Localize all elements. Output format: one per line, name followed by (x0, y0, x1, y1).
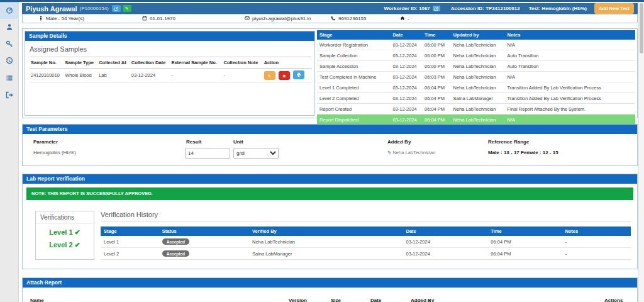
lab-workorder-page: Piyush Agrawal (P10000154) ✎ Workorder I… (0, 0, 644, 302)
approval-note: NOTE: THIS REPORT IS SUCCESSFULLY APPROV… (26, 187, 633, 200)
edit-patient-button[interactable]: ✎ (123, 5, 131, 12)
history-icon (6, 56, 13, 67)
assigned-samples-table: Sample No. Sample Type Collected At Coll… (30, 57, 311, 82)
patient-dob: 01-01-1970 (142, 14, 175, 23)
user-icon (6, 22, 13, 33)
edit-icon: ✎ (125, 6, 129, 11)
sidebar-item-worklist[interactable] (0, 70, 19, 87)
sidebar-item-access[interactable] (0, 36, 19, 53)
verification-history-title: Verification History (101, 211, 631, 222)
stage-table: Stage Date Time Updated by Notes Workord… (317, 30, 635, 125)
attach-date-col: Date (370, 298, 381, 302)
close-icon: ✖ (282, 74, 286, 78)
calendar-icon (142, 16, 147, 22)
delete-sample-button[interactable]: ✖ (279, 71, 290, 80)
parameter-col-label: Parameter (33, 139, 58, 145)
result-input[interactable] (185, 148, 230, 159)
sample-row: 24120310010 Whole Blood Lab 03-12-2024 -… (30, 69, 311, 82)
attach-report-panel: Attach Report Name Version Size Date Add… (22, 277, 638, 302)
stage-row: Report Dispatched 03-12-2024 06:04 PM Ne… (317, 115, 635, 125)
stage-row: Level 1 Completed 03-12-2024 06:04 PM Ne… (317, 82, 635, 93)
verification-row: Level 2 Accepted Saina LabManager 03-12-… (101, 248, 631, 260)
stage-row: Level 2 Completed 03-12-2024 06:04 PM Sa… (317, 93, 635, 104)
edit-sample-button[interactable]: ✎ (264, 71, 275, 80)
sample-stage-panel: Sample Details Assigned Samples Sample N… (22, 28, 638, 118)
open-patient-button[interactable] (112, 5, 121, 12)
patient-header-bar: Piyush Agrawal (P10000154) ✎ Workorder I… (22, 3, 638, 14)
workorder-id: Workorder ID: 1067 (384, 6, 430, 11)
patient-info-row: Male - 54 Year(s) 01-01-1970 piyush.agra… (22, 14, 638, 23)
verification-history-table: Stage Status Verified By Date Time Notes… (101, 226, 631, 260)
accession-id: Accession ID: TP2412100012 (451, 6, 520, 11)
test-parameters-header: Test Parameters (23, 125, 637, 134)
parameter-name: Hemoglobin (Hb%) (33, 150, 76, 155)
patient-name: Piyush Agrawal (26, 5, 77, 13)
unit-select[interactable]: g/dl (233, 148, 279, 159)
top-accent-bar (0, 0, 644, 2)
home-icon (400, 16, 405, 22)
sidebar (0, 2, 19, 302)
stage-row: Report Created 03-12-2024 06:04 PM Neha … (317, 104, 635, 115)
result-col-label: Result (186, 139, 201, 145)
person-icon (38, 16, 43, 22)
verification-history: Verification History Stage Status Verifi… (101, 211, 631, 260)
envelope-icon (245, 16, 250, 22)
printer-icon (296, 72, 301, 78)
check-icon: ✔ (75, 228, 80, 236)
patient-phone: 9691236155 (331, 14, 367, 23)
list-icon (6, 73, 13, 84)
test-parameters-panel: Test Parameters Parameter Result Unit Ad… (22, 124, 638, 166)
attach-added-by-col: Added By (411, 298, 434, 302)
sample-details-header: Sample Details (25, 31, 314, 41)
phone-icon (331, 16, 336, 22)
verification-header: Lab Report Verification (23, 174, 637, 184)
sidebar-item-signout[interactable] (0, 87, 19, 104)
verifications-title: Verifications (36, 211, 94, 224)
dashboard-icon (6, 5, 13, 16)
added-by-value: ✎ Neha LabTechnician (387, 150, 435, 155)
open-workorder-button[interactable] (433, 6, 440, 11)
added-by-col-label: Added By (387, 139, 411, 145)
external-link-icon (114, 4, 118, 13)
edit-icon: ✎ (268, 74, 271, 78)
patient-email: piyush.agrawal@plus91.in (245, 14, 311, 23)
key-icon (6, 39, 13, 50)
stage-row: Sample Collection 03-12-2024 06:00 PM Ne… (317, 50, 635, 61)
unit-col-label: Unit (233, 139, 243, 145)
status-badge: Accepted (162, 238, 189, 245)
sidebar-item-patients[interactable] (0, 19, 19, 36)
external-link-icon (434, 4, 438, 13)
verification-level: Level 1 ✔ (36, 228, 94, 237)
verification-row: Level 1 Accepted Neha LabTechnician 03-1… (101, 236, 631, 248)
check-icon: ✔ (75, 241, 80, 249)
attach-actions-col: Actions (604, 298, 623, 302)
verification-level: Level 2 ✔ (36, 241, 94, 249)
stage-row: Test Completed in Machine 03-12-2024 06:… (317, 72, 635, 82)
scrollbar-thumb[interactable] (640, 3, 643, 53)
patient-gender-age: Male - 54 Year(s) (38, 14, 84, 23)
status-badge: Accepted (162, 250, 189, 257)
assigned-samples-header-row: Sample No. Sample Type Collected At Coll… (30, 57, 311, 69)
attach-report-header: Attach Report (23, 278, 637, 288)
attach-size-col: Size (331, 298, 341, 302)
add-new-test-button[interactable]: Add New Test (594, 3, 634, 14)
assigned-samples-title: Assigned Samples (30, 45, 314, 53)
vertical-scrollbar[interactable] (638, 2, 644, 302)
patient-address: - (400, 14, 409, 23)
lab-report-verification-panel: Lab Report Verification NOTE: THIS REPOR… (22, 174, 638, 269)
verifications-box: Verifications Level 1 ✔ Level 2 ✔ (35, 211, 94, 260)
pencil-icon: ✎ (387, 150, 391, 155)
stage-row: Workorder Registration 03-12-2024 06:00 … (317, 40, 635, 50)
sample-details-card: Sample Details Assigned Samples Sample N… (25, 31, 315, 116)
attach-version-col: Version (289, 298, 307, 302)
sidebar-item-dashboard[interactable] (0, 2, 19, 19)
test-name: Test: Hemoglobin (Hb%) (529, 6, 587, 11)
print-sample-button[interactable] (293, 70, 304, 79)
reference-range-col-label: Reference Range (488, 139, 529, 145)
stage-row: Sample Accession 03-12-2024 06:00 PM Neh… (317, 61, 635, 72)
reference-range-value: Male : 13 - 17 Female : 12 - 15 (488, 150, 558, 155)
patient-id: (P10000154) (80, 6, 109, 11)
sidebar-item-history[interactable] (0, 53, 19, 70)
signout-icon (6, 90, 13, 101)
verification-history-header-row: Stage Status Verified By Date Time Notes (101, 226, 631, 236)
